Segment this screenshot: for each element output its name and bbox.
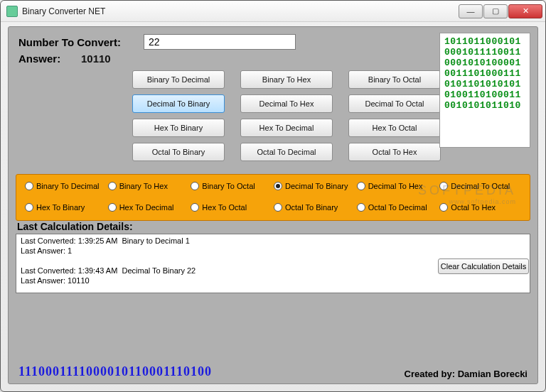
convert-radio[interactable]: Hex To Octal (191, 203, 274, 212)
radio-label: Decimal To Binary (285, 182, 348, 190)
convert-radio[interactable]: Decimal To Hex (357, 182, 440, 190)
radio-icon (191, 203, 199, 212)
answer-label: Answer: (18, 53, 81, 65)
convert-radio[interactable]: Hex To Binary (25, 203, 108, 212)
radio-label: Hex To Binary (36, 203, 85, 212)
footer-credit: Created by: Damian Borecki (405, 369, 528, 379)
convert-button[interactable]: Hex To Octal (348, 119, 441, 137)
radio-icon (108, 203, 117, 212)
convert-radio[interactable]: Octal To Decimal (357, 203, 440, 212)
radio-label: Binary To Decimal (36, 182, 99, 190)
radio-label: Decimal To Octal (451, 182, 510, 190)
convert-button[interactable]: Decimal To Hex (240, 94, 333, 113)
radio-label: Decimal To Hex (368, 182, 423, 190)
convert-radio[interactable]: Binary To Octal (191, 182, 274, 190)
footer-binary-text: 1110001111000010110001110100 (18, 364, 212, 379)
convert-radio[interactable]: Binary To Decimal (25, 182, 108, 190)
radio-icon (439, 182, 448, 190)
convert-button[interactable]: Octal To Decimal (240, 143, 333, 161)
app-window: Binary Converter NET — ▢ ✕ Number To Con… (0, 0, 546, 392)
convert-button[interactable]: Binary To Hex (240, 70, 333, 89)
radio-icon (25, 182, 33, 190)
convert-button[interactable]: Decimal To Octal (348, 94, 441, 113)
convert-radio[interactable]: Octal To Hex (439, 203, 523, 212)
radio-icon (357, 203, 365, 212)
radio-label: Hex To Decimal (119, 203, 174, 212)
radio-icon (274, 182, 282, 190)
close-button[interactable]: ✕ (508, 4, 542, 18)
convert-radio[interactable]: Hex To Decimal (108, 203, 191, 212)
content-panel: Number To Convert: Answer: 10110 Binary … (8, 26, 538, 384)
conversion-button-grid: Binary To DecimalBinary To HexBinary To … (132, 70, 441, 161)
window-title: Binary Converter NET (22, 6, 459, 16)
convert-radio[interactable]: Decimal To Octal (439, 182, 523, 190)
radio-icon (357, 182, 365, 190)
convert-radio[interactable]: Decimal To Binary (274, 182, 357, 190)
answer-value: 10110 (81, 53, 111, 65)
radio-label: Octal To Hex (451, 203, 496, 212)
number-input[interactable] (144, 34, 296, 50)
number-to-convert-label: Number To Convert: (18, 36, 144, 48)
radio-icon (108, 182, 117, 190)
radio-label: Octal To Decimal (368, 203, 427, 212)
convert-button[interactable]: Octal To Binary (132, 143, 225, 161)
maximize-button[interactable]: ▢ (483, 4, 508, 18)
convert-button[interactable]: Binary To Decimal (132, 70, 225, 89)
radio-label: Binary To Octal (202, 182, 255, 190)
titlebar[interactable]: Binary Converter NET — ▢ ✕ (1, 1, 545, 22)
convert-button[interactable]: Hex To Decimal (240, 119, 333, 137)
clear-details-button[interactable]: Clear Calculation Details (438, 258, 529, 274)
radio-icon (191, 182, 199, 190)
last-details-label: Last Calculation Details: (17, 221, 537, 232)
radio-label: Octal To Binary (285, 203, 338, 212)
convert-radio[interactable]: Octal To Binary (274, 203, 357, 212)
app-icon (6, 6, 18, 17)
convert-button[interactable]: Decimal To Binary (132, 94, 225, 113)
radio-icon (25, 203, 33, 212)
convert-button[interactable]: Hex To Binary (132, 119, 225, 137)
conversion-radio-panel: Binary To DecimalBinary To HexBinary To … (16, 174, 530, 221)
binary-art-panel: 1011011000101 0001011110011 000101010000… (439, 33, 530, 148)
radio-icon (274, 203, 282, 212)
radio-label: Binary To Hex (119, 182, 168, 190)
convert-button[interactable]: Binary To Octal (348, 70, 441, 89)
minimize-button[interactable]: — (459, 4, 483, 18)
convert-button[interactable]: Octal To Hex (348, 143, 441, 161)
radio-label: Hex To Octal (202, 203, 247, 212)
radio-icon (439, 203, 448, 212)
convert-radio[interactable]: Binary To Hex (108, 182, 191, 190)
